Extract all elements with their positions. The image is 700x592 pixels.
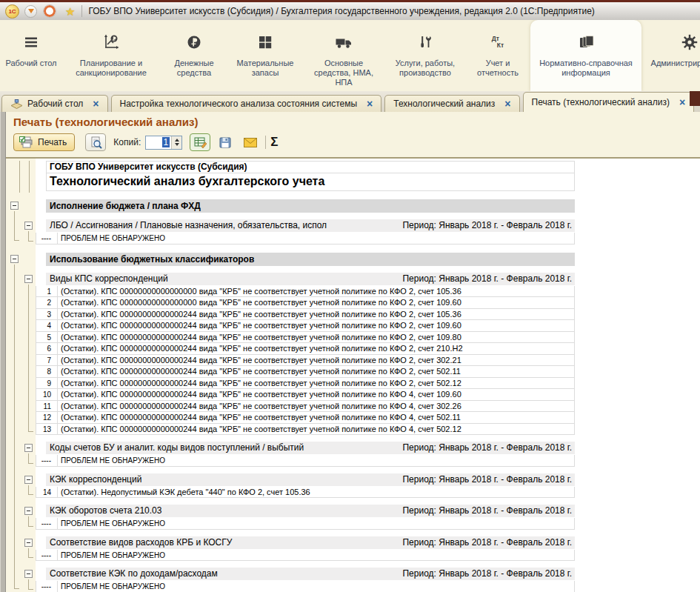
window-title: ГОБУ ВПО Университет искусств (Субсидия)… [88,6,594,16]
subsection-period: Период: Январь 2018 г. - Февраль 2018 г. [402,568,575,580]
report-subsection: КЭК оборотов счета 210.03Период: Январь … [36,505,575,530]
report-row: ----ПРОБЛЕМ НЕ ОБНАРУЖЕНО [36,581,575,592]
collapse-toggle[interactable] [10,255,19,263]
service-menu-button[interactable] [43,4,56,18]
section-header: Исполнение бюджета / плана ФХД [46,199,575,213]
favorites-star-icon[interactable]: ★ [65,6,75,17]
books-icon [577,33,595,52]
toolbar: Печать Копий: 1 [13,132,700,153]
print-button-label: Печать [38,137,67,147]
ribbon-section-9[interactable]: Администрирование [641,20,700,91]
subsection-period: Период: Январь 2018 г. - Февраль 2018 г. [402,536,575,549]
collapse-toggle[interactable] [24,539,33,547]
report-section-2: Использование бюджетных классификаторовВ… [36,253,575,592]
copies-stepper[interactable] [171,136,181,149]
tab-close-icon[interactable]: × [504,99,510,109]
window-frame-corner [690,91,700,106]
row-number: 11 [36,401,58,412]
row-number: 12 [36,412,58,423]
report-area: ГОБУ ВПО Университет искусств (Субсидия)… [6,159,700,592]
report-row: 10(Остатки). КПС 00000000000000244 вида … [36,389,575,401]
row-number: 6 [36,343,58,354]
row-text: (Остатки). КПС 00000000000000244 вида "К… [58,309,574,320]
print-preview-button[interactable] [85,133,106,151]
row-text: (Остатки). КПС 00000000000000000 вида "К… [58,286,574,297]
row-number: 2 [36,297,58,308]
collapse-toggle[interactable] [24,570,33,578]
1c-logo-icon[interactable]: 1С [5,4,19,19]
ribbon-section-4[interactable]: Материальные запасы [228,20,302,91]
subsection-period: Период: Январь 2018 г. - Февраль 2018 г. [402,219,575,232]
sum-button[interactable]: Σ [270,135,278,150]
main-menu-button[interactable] [24,5,37,18]
row-number: 1 [36,286,58,297]
subsection-header: КЭК оборотов счета 210.03Период: Январь … [46,505,575,517]
ribbon-section-label: Услуги, работы, производство [385,59,465,78]
row-text: (Остатки). КПС 00000000000000244 вида "К… [58,355,574,366]
report-document: ГОБУ ВПО Университет искусств (Субсидия)… [36,159,575,592]
ribbon-section-6[interactable]: Услуги, работы, производство [385,20,465,91]
tab-close-icon[interactable]: × [679,97,685,107]
subsection-header: Виды КПС корреспонденцийПериод: Январь 2… [46,273,575,285]
print-button[interactable]: Печать [13,133,75,151]
subsection-title: Соответствие КЭК по доходам/расходам [46,568,402,580]
ribbon-section-label: Материальные запасы [228,59,302,78]
row-text: ПРОБЛЕМ НЕ ОБНАРУЖЕНО [58,518,574,529]
ribbon-section-7[interactable]: ДтКтУчет и отчетность [465,20,530,91]
tab-close-icon[interactable]: × [367,99,373,109]
collapse-toggle[interactable] [24,507,33,515]
ribbon-section-1[interactable]: Рабочий стол [0,20,62,91]
tab-3[interactable]: Технологический анализ× [384,95,519,112]
row-text: ПРОБЛЕМ НЕ ОБНАРУЖЕНО [58,550,574,561]
ribbon-section-2[interactable]: Планирование и санкционирование [62,20,160,91]
subsection-header: Соответствие КЭК по доходам/расходамПери… [46,568,575,580]
report-subsection: Соответствие видов расходов КРБ и КОСГУП… [36,536,575,562]
report-row: 1(Остатки). КПС 00000000000000000 вида "… [36,286,575,298]
row-text: (Остатки). КПС 00000000000000244 вида "К… [58,320,574,331]
row-number: 13 [36,424,58,435]
truck-icon [335,33,353,52]
grid-icon [257,33,273,52]
collapse-toggle[interactable] [24,444,33,452]
tab-2[interactable]: Настройка технологического анализа состо… [111,95,382,112]
row-number: 4 [36,320,58,331]
report-row: ----ПРОБЛЕМ НЕ ОБНАРУЖЕНО [36,455,575,467]
spreadsheet-edit-icon [194,136,207,148]
stepper-up-icon [175,139,179,142]
ribbon-section-8[interactable]: Нормативно-справочная информация [530,20,641,91]
subsection-title: КЭК корреспонденций [46,473,402,486]
tab-1[interactable]: Рабочий стол× [1,95,108,112]
group-lines [19,161,30,193]
section-header: Использование бюджетных классификаторов [46,253,575,266]
subsection-title: Коды счетов БУ и аналит. коды видов пост… [46,442,402,454]
collapse-toggle[interactable] [24,222,33,230]
ribbon-section-5[interactable]: Основные средства, НМА, НПА [302,20,385,91]
report-row: 3(Остатки). КПС 00000000000000244 вида "… [36,309,575,321]
collapse-toggle[interactable] [10,202,19,210]
save-button[interactable] [215,133,236,151]
print-preview-icon [90,136,102,149]
report-row: 2(Остатки). КПС 00000000000000000 вида "… [36,297,575,309]
tab-4[interactable]: Печать (технологический анализ)× [523,92,695,112]
group-line [28,579,33,590]
form-header: Печать (технологический анализ) Печать [6,112,700,159]
ribbon-section-3[interactable]: Денежные средства [160,20,228,91]
toolbar-divider [265,136,266,149]
row-number: 9 [36,378,58,389]
collapse-toggle[interactable] [24,275,33,283]
left-splitter[interactable] [0,112,6,592]
subsection-header: ЛБО / Ассигнования / Плановые назначения… [46,219,575,232]
report-row: 9(Остатки). КПС 00000000000000244 вида "… [36,378,575,390]
gear-icon [681,33,698,52]
ribbon-section-label: Администрирование [648,59,700,68]
copies-input[interactable]: 1 [145,136,182,150]
report-subsection: Виды КПС корреспонденцийПериод: Январь 2… [36,273,575,436]
table-settings-button[interactable] [190,133,210,151]
collapse-toggle[interactable] [24,476,33,484]
send-email-button[interactable] [240,133,261,151]
report-subsection: Коды счетов БУ и аналит. коды видов пост… [36,442,575,467]
copies-value: 1 [162,137,170,147]
group-line [28,485,33,496]
tab-close-icon[interactable]: × [93,99,99,109]
subsection-title: КЭК оборотов счета 210.03 [46,505,402,517]
